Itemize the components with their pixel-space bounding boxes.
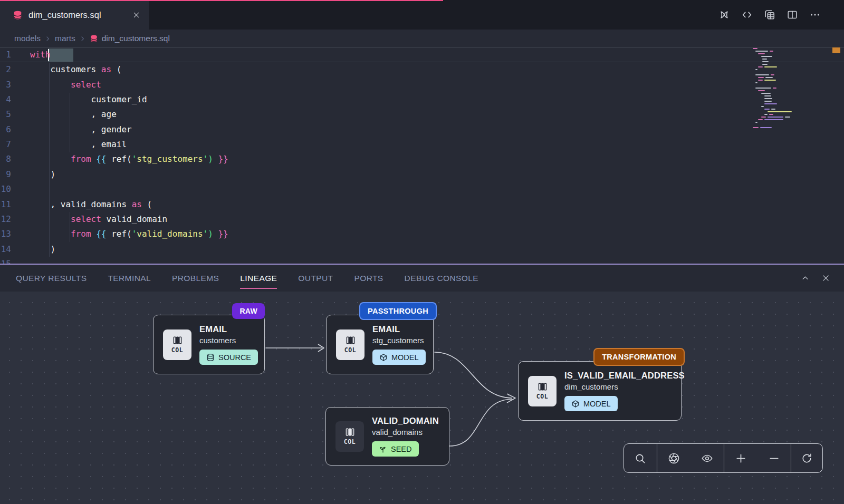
code-token: select — [71, 80, 101, 90]
column-chip: COL — [163, 329, 191, 360]
code-token: with — [30, 50, 51, 60]
line-number: 6 — [0, 122, 30, 137]
panel-tab-ports[interactable]: PORTS — [354, 274, 383, 283]
column-chip: COL — [336, 329, 365, 360]
seed-badge: SEED — [372, 441, 419, 457]
columns-icon — [172, 335, 183, 345]
code-icon[interactable] — [741, 9, 753, 21]
line-number: 9 — [0, 167, 30, 182]
database-icon — [13, 10, 23, 20]
code-token: ( — [111, 64, 121, 74]
code-token — [91, 154, 97, 164]
more-icon[interactable] — [809, 9, 821, 21]
model-name: customers — [199, 336, 236, 345]
code-token: ref( — [107, 154, 132, 164]
column-chip: COL — [528, 376, 557, 406]
column-name: VALID_DOMAIN — [372, 416, 439, 426]
code-line: 6 , gender — [0, 122, 844, 137]
line-number: 10 — [0, 182, 30, 197]
line-number: 5 — [0, 107, 30, 122]
code-token: customers — [30, 64, 101, 74]
lineage-node-stg_customers[interactable]: COLEMAILstg_customersMODEL — [326, 315, 434, 374]
dbt-icon[interactable] — [718, 9, 730, 21]
code-line: 2 customers as ( — [0, 62, 844, 77]
line-number: 4 — [0, 92, 30, 107]
panel-tab-problems[interactable]: PROBLEMS — [172, 274, 219, 283]
panel-tab-terminal[interactable]: TERMINAL — [108, 274, 151, 283]
model-name: stg_customers — [372, 336, 424, 345]
close-icon[interactable] — [821, 274, 830, 283]
panel-tab-lineage[interactable]: LINEAGE — [240, 274, 277, 283]
chip-label: COL — [344, 438, 356, 445]
lineage-toolbar — [624, 443, 823, 473]
lineage-node-valid_domains[interactable]: COLVALID_DOMAINvalid_domainsSEED — [325, 407, 449, 466]
editor-actions — [718, 0, 844, 30]
line-number: 11 — [0, 197, 30, 212]
breadcrumb-file[interactable]: dim_customers.sql — [102, 34, 170, 43]
breadcrumb-item[interactable]: models — [14, 34, 41, 43]
split-editor-icon[interactable] — [787, 9, 798, 21]
search-icon[interactable] — [634, 452, 646, 464]
plus-icon[interactable] — [735, 452, 747, 464]
code-token: , gender — [30, 124, 132, 134]
model-badge: MODEL — [372, 350, 426, 365]
panel-tab-query-results[interactable]: QUERY RESULTS — [16, 274, 87, 283]
code-editor[interactable]: 1with2 customers as (3 select4 customer_… — [0, 47, 844, 264]
code-line: 9 ) — [0, 167, 844, 182]
code-line: 5 , age — [0, 107, 844, 122]
code-token: stg_customers — [137, 154, 203, 164]
code-token: select — [71, 214, 101, 224]
chevron-right-icon — [44, 35, 51, 42]
breadcrumb-item[interactable]: marts — [55, 34, 75, 43]
aperture-icon[interactable] — [668, 452, 680, 464]
minus-icon[interactable] — [768, 452, 780, 464]
code-line: 3 select — [0, 77, 844, 92]
passthrough-tag: PASSTHROUGH — [359, 302, 437, 320]
tab-dim-customers[interactable]: dim_customers.sql — [0, 0, 149, 30]
code-token: {{ — [96, 229, 106, 239]
chevron-right-icon — [79, 35, 86, 42]
code-line: 10 — [0, 182, 844, 197]
copy-table-icon[interactable] — [764, 9, 775, 21]
panel-tab-debug-console[interactable]: DEBUG CONSOLE — [405, 274, 478, 283]
transformation-tag: TRANSFORMATION — [593, 348, 685, 366]
code-token — [213, 154, 218, 164]
line-number: 13 — [0, 227, 30, 241]
cube-icon — [571, 400, 580, 408]
line-number: 8 — [0, 152, 30, 167]
model-badge: MODEL — [564, 396, 618, 411]
code-token: ' — [132, 229, 137, 239]
minimap[interactable] — [753, 47, 812, 148]
source-badge: SOURCE — [199, 350, 258, 365]
code-token: {{ — [96, 154, 106, 164]
lineage-node-dim_customers[interactable]: COLIS_VALID_EMAIL_ADDRESSdim_customersMO… — [518, 361, 682, 421]
chevron-up-icon[interactable] — [801, 274, 810, 283]
toolbar-group — [791, 444, 822, 472]
lineage-canvas[interactable]: COLEMAILcustomersSOURCECOLEMAILstg_custo… — [0, 292, 844, 504]
code-token: ' — [132, 154, 137, 164]
eye-icon[interactable] — [701, 452, 713, 464]
code-token: }} — [218, 229, 228, 239]
toolbar-group — [657, 444, 724, 472]
columns-icon — [345, 427, 355, 437]
code-token: from — [71, 229, 91, 239]
code-token: as — [101, 64, 111, 74]
code-line: 12 select valid_domain — [0, 212, 844, 227]
column-name: EMAIL — [372, 324, 400, 334]
line-number: 3 — [0, 77, 30, 92]
column-name: EMAIL — [199, 324, 227, 334]
toolbar-group — [624, 444, 657, 472]
code-token: valid_domains — [137, 229, 203, 239]
columns-icon — [346, 335, 356, 345]
code-token: as — [132, 199, 142, 209]
code-line: 4 customer_id — [0, 92, 844, 107]
code-token: }} — [218, 154, 228, 164]
code-token: ) — [30, 169, 55, 179]
panel-tab-output[interactable]: OUTPUT — [298, 274, 333, 283]
column-name: IS_VALID_EMAIL_ADDRESS — [564, 371, 685, 381]
lineage-node-customers[interactable]: COLEMAILcustomersSOURCE — [153, 315, 265, 374]
close-tab-icon[interactable] — [132, 11, 140, 19]
code-token — [30, 80, 71, 90]
column-chip: COL — [335, 421, 364, 452]
refresh-icon[interactable] — [801, 452, 813, 464]
